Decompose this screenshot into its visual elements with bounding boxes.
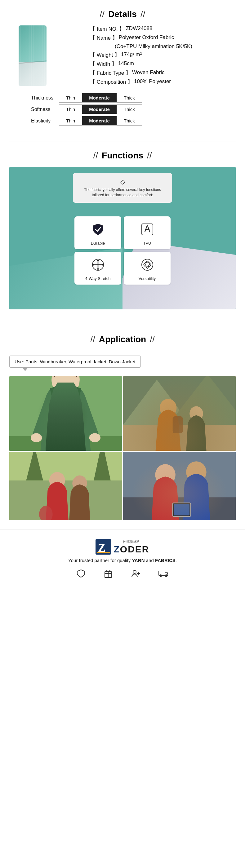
photo-3-inner <box>9 452 122 520</box>
item-no-row: 【 Item NO. 】 ZDW24088 <box>53 25 233 33</box>
slash-right-fn: // <box>147 151 152 161</box>
application-section: // Application // Use: Pants, Windbreake… <box>0 328 245 526</box>
name-value: Polyester Oxford Fabric <box>119 34 174 41</box>
details-title: // Details // <box>12 9 233 19</box>
svg-rect-23 <box>173 416 183 433</box>
rating-cell-thin-2[interactable]: Thin <box>59 116 82 125</box>
ratings-table: ThicknessThinModerateThickSoftnessThinMo… <box>31 93 186 126</box>
rating-cell-thick-1[interactable]: Thick <box>117 105 142 114</box>
width-row: 【 Width 】 145cm <box>53 60 233 68</box>
width-label: 【 Width 】 <box>90 60 117 68</box>
svg-point-12 <box>52 376 80 396</box>
versatility-label: Versatility <box>127 276 167 281</box>
svg-rect-32 <box>123 497 236 520</box>
svg-point-15 <box>89 433 100 442</box>
item-no-value: ZDW24088 <box>126 25 152 32</box>
svg-rect-35 <box>173 503 191 517</box>
weight-label: 【 Weight 】 <box>90 52 120 59</box>
svg-marker-20 <box>168 376 236 425</box>
details-top: 【 Item NO. 】 ZDW24088 【 Name 】 Polyester… <box>12 25 233 87</box>
logo-text-area: 佐德新材料 ZODER <box>114 539 149 555</box>
logo-area: Z 佐德新材料 ZODER <box>12 539 233 555</box>
rating-cell-moderate-0[interactable]: Moderate <box>82 93 117 102</box>
cross-arrows-icon <box>78 258 118 274</box>
svg-point-22 <box>189 406 203 421</box>
rating-cell-thin-0[interactable]: Thin <box>59 93 82 102</box>
rating-cell-moderate-2[interactable]: Moderate <box>82 116 117 125</box>
svg-point-21 <box>160 399 177 417</box>
4way-label: 4-Way Stretch <box>78 276 118 281</box>
svg-point-43 <box>133 570 136 574</box>
use-text: Use: Pants, Windbreaker, Waterproof Jack… <box>14 359 135 364</box>
photo-2 <box>123 376 236 451</box>
footer-section: Z 佐德新材料 ZODER Your trusted partner for q… <box>0 529 245 585</box>
weight-value: 174g/ m² <box>121 52 142 58</box>
name-label: 【 Name 】 <box>90 34 118 41</box>
tagline-yarn: YARN <box>132 558 145 563</box>
fabric-swatch <box>19 25 47 86</box>
functions-image-area: ◇ The fabric typically offers several ke… <box>9 167 236 309</box>
logo-en: ODER <box>120 544 150 554</box>
function-card-versatility: Versatility <box>124 252 171 285</box>
function-card-4way: 4-Way Stretch <box>74 252 121 285</box>
rating-cells-2: ThinModerateThick <box>59 116 142 126</box>
svg-rect-46 <box>159 571 165 576</box>
footer-gift-icon <box>104 569 113 579</box>
rating-label-0: Thickness <box>31 95 59 101</box>
durable-label: Durable <box>78 241 118 246</box>
application-title-text: Application <box>99 335 146 344</box>
rating-row-2: ElasticityThinModerateThick <box>31 116 186 126</box>
photo-3 <box>9 452 122 520</box>
rating-cell-moderate-1[interactable]: Moderate <box>82 105 117 114</box>
name-sub: (Co+TPU Milky amination 5K/5K) <box>53 43 233 50</box>
slash-left: // <box>100 9 105 19</box>
weight-row: 【 Weight 】 174g/ m² <box>53 52 233 59</box>
fabric-type-row: 【 Fabric Type 】 Woven Fabric <box>53 69 233 76</box>
photo-4-inner <box>123 452 236 520</box>
tagline-pre: Your trusted partner for quality <box>68 558 132 563</box>
tagline-post: . <box>176 558 177 563</box>
photo-1-inner <box>9 376 122 451</box>
rating-row-1: SoftnessThinModerateThick <box>31 104 186 114</box>
z-logo-icon: Z <box>95 539 111 555</box>
diamond-icon: ◇ <box>82 178 163 185</box>
functions-title: // Functions // <box>9 151 236 161</box>
svg-rect-18 <box>123 425 236 451</box>
fabric-type-label: 【 Fabric Type 】 <box>90 69 131 76</box>
function-card-tpu: TPU <box>124 216 171 249</box>
svg-marker-19 <box>123 380 191 425</box>
rating-row-0: ThicknessThinModerateThick <box>31 93 186 103</box>
photo-grid <box>9 376 236 520</box>
name-row: 【 Name 】 Polyester Oxford Fabric <box>53 34 233 41</box>
tagline-fabrics: FABRICS <box>155 558 176 563</box>
slash-right-app: // <box>150 335 155 344</box>
footer-shield-icon <box>76 569 85 579</box>
rating-cell-thick-0[interactable]: Thick <box>117 93 142 102</box>
functions-intro-text: The fabric typically offers several key … <box>82 187 163 198</box>
svg-rect-16 <box>123 376 236 451</box>
application-title: // Application // <box>9 335 236 344</box>
photo-4 <box>123 452 236 520</box>
width-value: 145cm <box>118 60 134 67</box>
rating-cell-thick-2[interactable]: Thick <box>117 116 142 125</box>
rating-label-2: Elasticity <box>31 118 59 124</box>
logo-z: Z <box>114 544 120 554</box>
rating-cells-0: ThinModerateThick <box>59 93 142 103</box>
knot-icon <box>127 258 167 274</box>
logo-cn: 佐德新材料 <box>114 539 149 544</box>
tpu-icon <box>127 223 167 239</box>
svg-rect-10 <box>9 376 122 451</box>
svg-point-34 <box>186 461 206 483</box>
composition-label: 【 Composition 】 <box>90 79 133 86</box>
svg-rect-31 <box>123 452 236 520</box>
rating-cell-thin-1[interactable]: Thin <box>59 105 82 114</box>
slash-left-fn: // <box>93 151 98 161</box>
footer-tagline: Your trusted partner for quality YARN an… <box>12 558 233 563</box>
slash-right: // <box>141 9 146 19</box>
functions-title-text: Functions <box>102 151 143 161</box>
divider-1 <box>9 141 236 142</box>
shield-check-icon <box>78 223 118 239</box>
composition-value: 100% Polyester <box>134 79 171 85</box>
svg-rect-36 <box>174 504 189 515</box>
details-title-text: Details <box>108 9 137 19</box>
